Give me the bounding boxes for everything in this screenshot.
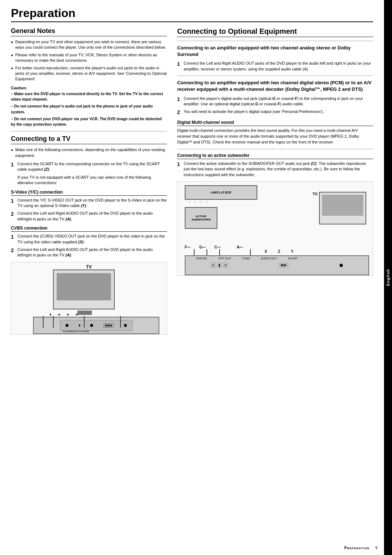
page-title: Preparation (11, 7, 373, 22)
connecting-tv-title: Connecting to a TV (11, 135, 167, 144)
subwoofer-step1-text: Connect the active subwoofer to the SUBW… (184, 161, 373, 178)
dvd-player-box: ⬤ ▮ ⬤ ▮▮▮▮▮ ⬤ PLAYER/DVD PLAYER (33, 317, 159, 334)
subsection1-step1: 1 Connect the Left and Right AUDIO OUT j… (177, 61, 373, 72)
optional-equipment-title: Connecting to Optional Equipment (177, 27, 373, 37)
wire-2 (53, 316, 54, 328)
cvbs-step1-text: Connect the (CVBS) VIDEO OUT jack on the… (17, 234, 167, 245)
cvbs-step2: 2 Connect the Left and Right AUDIO OUT j… (11, 247, 167, 258)
subwoofer-section-title: Connecting to an active subwoofer (177, 153, 373, 159)
cvbs-step1: 1 Connect the (CVBS) VIDEO OUT jack on t… (11, 234, 167, 245)
side-tab: English (384, 0, 392, 555)
left-column: General Notes Depending on your TV and o… (11, 27, 167, 335)
amplifier-connectors: ↑↑↑↑ (188, 200, 207, 204)
wire-1 (43, 316, 44, 328)
bullet-item: For better sound reproduction, connect t… (11, 65, 167, 82)
caution-text: – Make sure the DVD player is connected … (11, 91, 167, 128)
right-diagram: AMPLIFIER ↑↑↑↑ ACTIVE SUBWOOFER (177, 181, 373, 276)
tv-stand (77, 311, 92, 315)
subsection2-step1: 1 Connect the player's digital audio out… (177, 96, 373, 107)
dvd-player-box-right: ● ▮ ● ▮▮▮▮ ⬤ DIGITAL OPT (185, 255, 369, 275)
tv-label-right: TV (313, 192, 318, 196)
svideo-title: S-Video (Y/C) connection (11, 190, 167, 196)
cvbs-title: CVBS connection (11, 226, 167, 232)
caution-line-2: – Do not connect the player's audio out … (11, 104, 167, 115)
bullet-item: Depending on your TV and other equipment… (11, 39, 167, 50)
subsection1-step1-text: Connect the Left and Right AUDIO OUT jac… (184, 61, 373, 72)
caution-title: Caution: (11, 86, 167, 90)
right-diagram-bottom-labels: X Z Y (265, 250, 293, 254)
wire-3 (84, 316, 85, 328)
two-col-layout: General Notes Depending on your TV and o… (11, 27, 373, 335)
subsection2-step2-text: You will need to activate the player's d… (184, 109, 324, 116)
wire-right-4 (250, 249, 251, 255)
right-diagram-connectors-top: F— G— C— A— (185, 245, 243, 249)
amplifier-box: AMPLIFIER (185, 185, 257, 200)
tv-diagram-label: TV (86, 264, 91, 270)
footer-label: PREPARATION (344, 546, 369, 550)
bullet-item: Please refer to the manuals of your TV, … (11, 52, 167, 64)
wire-4 (120, 316, 121, 328)
tv-step1-text: Connect the SCART to the corresponding c… (17, 161, 167, 173)
footer-page: 9 (375, 546, 377, 550)
connecting-tv-bullets: Make one of the following connections, d… (11, 147, 167, 158)
page-footer: PREPARATION 9 (344, 546, 378, 550)
svideo-step2: 2 Connect the Left and Right AUDIO OUT j… (11, 211, 167, 222)
dvd-bottom-labels: DIGITAL OPT OUT CVBS AUDIO OUT SCART (196, 257, 298, 260)
wire-right-1 (194, 249, 195, 255)
tv-step1-note: If your TV is not equipped with a SCART … (17, 175, 167, 186)
wire-right-2 (207, 249, 207, 255)
subsection1-title: Connecting to an amplifier equipped with… (177, 45, 373, 58)
digital-multi-title: Digital Multi-channel sound (177, 120, 373, 126)
dvd-player-label: PLAYER/DVD PLAYER (63, 330, 89, 333)
tv-box (53, 270, 115, 309)
dvd-inner-box: ⬤ ▮ ⬤ ▮▮▮▮▮ ⬤ (60, 320, 132, 331)
general-notes-title: General Notes (11, 27, 167, 36)
wire-right-3 (219, 249, 220, 255)
cvbs-step2-text: Connect the Left and Right AUDIO OUT jac… (17, 247, 167, 258)
tv-screen (57, 273, 111, 300)
tv-box-right (319, 192, 366, 224)
right-column: Connecting to Optional Equipment Connect… (177, 27, 373, 335)
general-notes-bullets: Depending on your TV and other equipment… (11, 39, 167, 82)
caution-line-3: – Do not connect your DVD-player via you… (11, 116, 167, 128)
tv-step1: 1 Connect the SCART to the corresponding… (11, 161, 167, 173)
subsection2-title: Connecting to an amplifier equipped with… (177, 80, 373, 93)
tv-screen-right (322, 195, 363, 216)
subsection2-step2: 2 You will need to activate the player's… (177, 109, 373, 116)
caution-block: Caution: – Make sure the DVD player is c… (11, 86, 167, 128)
caution-line-1: – Make sure the DVD player is connected … (11, 91, 167, 103)
subsection2-step1-text: Connect the player's digital audio out j… (184, 96, 373, 107)
subwoofer-step1: 1 Connect the active subwoofer to the SU… (177, 161, 373, 178)
svideo-step2-text: Connect the Left and Right AUDIO OUT jac… (17, 211, 167, 222)
svideo-step1-text: Connect the Y/C S-VIDEO OUT jack on the … (17, 198, 167, 209)
svideo-step1: 1 Connect the Y/C S-VIDEO OUT jack on th… (11, 198, 167, 209)
digital-multi-text: Digital multi-channel connection provide… (177, 128, 373, 145)
main-content: Preparation General Notes Depending on y… (0, 0, 384, 555)
tv-bullet-item: Make one of the following connections, d… (11, 147, 167, 158)
tv-diagram: TV ● ● ● ● A (11, 262, 167, 335)
page-container: Preparation General Notes Depending on y… (0, 0, 392, 555)
subwoofer-box: ACTIVE SUBWOOFER (185, 207, 217, 229)
